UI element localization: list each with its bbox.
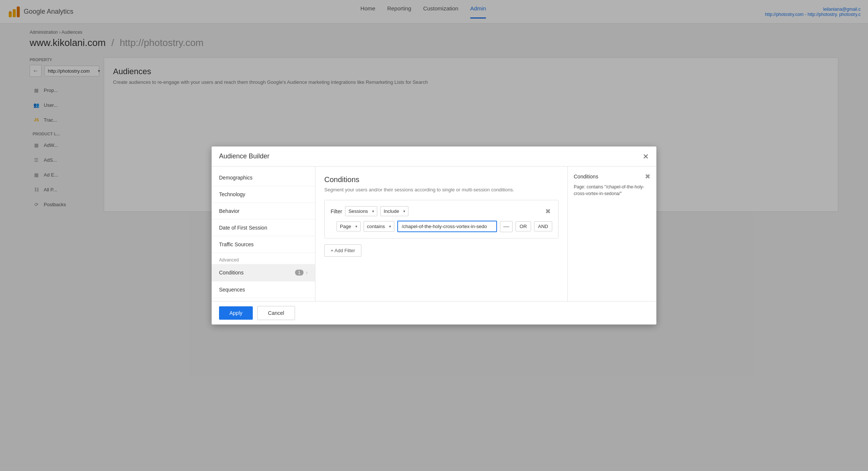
modal-body: Demographics Technology Behavior Date of… (212, 167, 656, 218)
conditions-description: Segment your users and/or their sessions… (324, 187, 559, 192)
summary-header: Conditions ✖ (574, 172, 650, 181)
filter-label: Filter (331, 208, 342, 214)
filter-box: Filter Sessions Include ✖ (324, 200, 559, 218)
nav-item-behavior[interactable]: Behavior (212, 203, 315, 218)
modal-title: Audience Builder (219, 152, 269, 160)
filter-close-button[interactable]: ✖ (543, 207, 552, 216)
modal-middle-panel: Conditions Segment your users and/or the… (315, 167, 567, 218)
audience-builder-modal: Audience Builder ✕ Demographics Technolo… (212, 146, 656, 218)
modal-overlay: Audience Builder ✕ Demographics Technolo… (0, 0, 868, 218)
sessions-select-wrapper: Sessions (345, 206, 377, 216)
modal-close-button[interactable]: ✕ (643, 153, 649, 160)
sessions-select[interactable]: Sessions (345, 206, 377, 216)
filter-row-top: Filter Sessions Include ✖ (331, 206, 552, 216)
modal-left-nav: Demographics Technology Behavior Date of… (212, 167, 315, 218)
summary-content: Page: contains "/chapel-of-the-holy-cros… (574, 184, 650, 197)
nav-item-demographics[interactable]: Demographics (212, 169, 315, 186)
summary-title: Conditions (574, 174, 598, 179)
include-select[interactable]: Include (380, 206, 408, 216)
conditions-title: Conditions (324, 175, 559, 184)
summary-close-button[interactable]: ✖ (645, 172, 650, 181)
modal-header: Audience Builder ✕ (212, 146, 656, 167)
modal-right-panel: Conditions ✖ Page: contains "/chapel-of-… (567, 167, 656, 218)
nav-item-technology[interactable]: Technology (212, 186, 315, 203)
include-select-wrapper: Include (380, 206, 408, 216)
